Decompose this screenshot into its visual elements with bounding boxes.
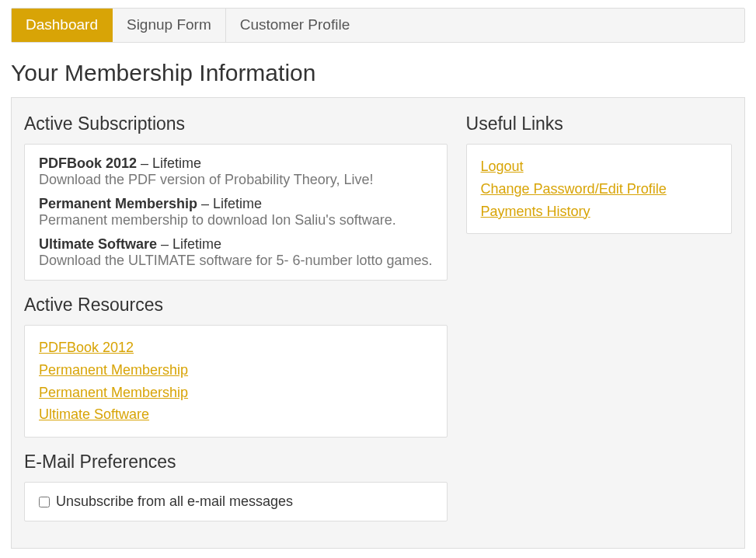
content-grid: Active Subscriptions PDFBook 2012 – Life…	[11, 97, 745, 549]
subscription-heading: Permanent Membership – Lifetime	[39, 196, 433, 212]
subscription-term: Lifetime	[152, 155, 201, 171]
active-resources-title: Active Resources	[24, 295, 448, 316]
left-column: Active Subscriptions PDFBook 2012 – Life…	[24, 110, 460, 536]
subscription-sep: –	[197, 196, 213, 211]
subscription-desc: Download the PDF version of Probability …	[39, 172, 433, 188]
unsubscribe-checkbox[interactable]	[39, 497, 50, 507]
subscription-sep: –	[157, 236, 172, 252]
resource-link-pdfbook[interactable]: PDFBook 2012	[39, 337, 134, 359]
subscription-name: PDFBook 2012	[39, 155, 137, 171]
tab-bar: Dashboard Signup Form Customer Profile	[11, 8, 745, 43]
subscription-desc: Download the ULTIMATE software for 5- 6-…	[39, 253, 433, 269]
email-prefs-panel: Unsubscribe from all e-mail messages	[24, 482, 448, 521]
tab-signup-form[interactable]: Signup Form	[113, 9, 226, 42]
link-payments-history[interactable]: Payments History	[481, 201, 591, 223]
resource-link-permanent-membership[interactable]: Permanent Membership	[39, 382, 188, 404]
subscription-sep: –	[137, 155, 152, 171]
subscription-item: PDFBook 2012 – Lifetime Download the PDF…	[39, 155, 433, 188]
email-prefs-title: E-Mail Preferences	[24, 452, 448, 473]
subscription-term: Lifetime	[172, 236, 221, 252]
subscription-heading: Ultimate Software – Lifetime	[39, 236, 433, 253]
link-logout[interactable]: Logout	[481, 155, 524, 178]
subscription-heading: PDFBook 2012 – Lifetime	[39, 155, 433, 172]
useful-links-title: Useful Links	[466, 113, 732, 134]
subscription-item: Ultimate Software – Lifetime Download th…	[39, 236, 433, 269]
page-title: Your Membership Information	[11, 60, 745, 86]
subscription-term: Lifetime	[213, 196, 262, 211]
resource-link-permanent-membership[interactable]: Permanent Membership	[39, 359, 188, 382]
tab-dashboard[interactable]: Dashboard	[12, 9, 113, 42]
link-change-password[interactable]: Change Password/Edit Profile	[481, 178, 667, 201]
subscription-name: Ultimate Software	[39, 236, 157, 252]
right-column: Useful Links Logout Change Password/Edit…	[460, 110, 732, 536]
subscription-item: Permanent Membership – Lifetime Permanen…	[39, 196, 433, 228]
active-subscriptions-title: Active Subscriptions	[24, 113, 448, 134]
active-subscriptions-panel: PDFBook 2012 – Lifetime Download the PDF…	[24, 144, 448, 281]
subscription-desc: Permanent membership to download Ion Sal…	[39, 212, 433, 228]
subscription-name: Permanent Membership	[39, 196, 197, 211]
useful-links-panel: Logout Change Password/Edit Profile Paym…	[466, 144, 732, 235]
membership-page: Dashboard Signup Form Customer Profile Y…	[0, 0, 756, 558]
tab-customer-profile[interactable]: Customer Profile	[226, 9, 364, 42]
active-resources-panel: PDFBook 2012 Permanent Membership Perman…	[24, 325, 448, 438]
resource-link-ultimate-software[interactable]: Ultimate Software	[39, 403, 149, 426]
unsubscribe-label: Unsubscribe from all e-mail messages	[56, 493, 293, 510]
unsubscribe-row[interactable]: Unsubscribe from all e-mail messages	[39, 493, 433, 510]
